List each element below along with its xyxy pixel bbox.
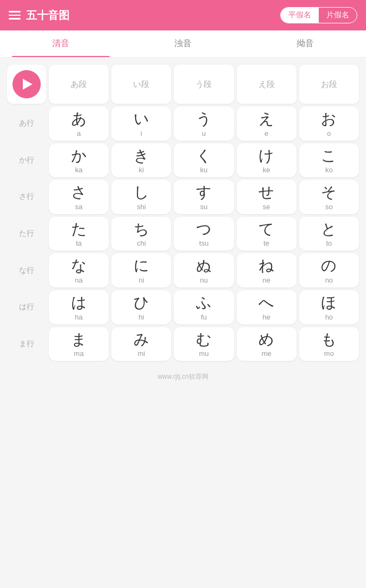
tab-handakuon[interactable]: 拗音	[244, 30, 366, 57]
row-header-0: あ行	[7, 107, 46, 141]
kana-roma-5-1: hi	[113, 313, 169, 321]
kana-roma-0-4: o	[301, 129, 357, 137]
kana-char-0-4: お	[301, 110, 357, 128]
kana-char-6-2: む	[176, 330, 231, 349]
kana-roma-5-2: fu	[176, 313, 231, 321]
kana-char-2-4: そ	[301, 183, 357, 202]
kana-cell-1-2[interactable]: くku	[174, 143, 234, 178]
kana-roma-2-4: so	[301, 203, 357, 211]
kana-char-0-2: う	[176, 110, 231, 128]
col-header-a: あ段	[49, 65, 109, 104]
kana-roma-6-4: mo	[301, 349, 357, 358]
kana-char-4-4: の	[301, 257, 357, 275]
kana-roma-6-0: ma	[51, 349, 106, 358]
kana-char-2-2: す	[176, 183, 231, 202]
kana-char-4-0: な	[51, 257, 106, 275]
kana-roma-5-0: ha	[51, 313, 106, 321]
col-header-o: お段	[299, 65, 359, 104]
kana-roma-5-4: ho	[301, 313, 357, 321]
kana-cell-3-0[interactable]: たta	[49, 217, 109, 251]
kana-cell-0-3[interactable]: えe	[237, 107, 296, 141]
col-header-e: え段	[237, 65, 296, 104]
kana-cell-5-0[interactable]: はha	[49, 290, 109, 324]
kana-cell-4-4[interactable]: のno	[299, 253, 359, 287]
col-header-i: い段	[111, 65, 171, 104]
tab-seion[interactable]: 清音	[0, 30, 122, 57]
kana-char-3-3: て	[239, 220, 294, 239]
kana-roma-4-0: na	[51, 276, 106, 284]
kana-char-5-3: へ	[239, 293, 294, 312]
kana-cell-4-2[interactable]: ぬnu	[174, 253, 234, 287]
kana-cell-6-4[interactable]: もmo	[299, 327, 359, 361]
kana-cell-0-4[interactable]: おo	[299, 107, 359, 141]
kana-cell-2-0[interactable]: さsa	[49, 180, 109, 214]
row-header-4: な行	[7, 253, 46, 287]
col-header-u: う段	[174, 65, 234, 104]
kana-cell-0-0[interactable]: あa	[49, 107, 109, 141]
row-header-2: さ行	[7, 180, 46, 214]
kana-cell-1-1[interactable]: きki	[111, 143, 171, 178]
kana-cell-6-1[interactable]: みmi	[111, 327, 171, 361]
kana-cell-5-4[interactable]: ほho	[299, 290, 359, 324]
menu-icon[interactable]	[9, 11, 21, 20]
kana-cell-4-1[interactable]: にni	[111, 253, 171, 287]
kana-cell-2-1[interactable]: しshi	[111, 180, 171, 214]
kana-cell-2-3[interactable]: せse	[237, 180, 296, 214]
kana-cell-3-3[interactable]: てte	[237, 217, 296, 251]
kana-cell-1-3[interactable]: けke	[237, 143, 296, 178]
kana-cell-4-0[interactable]: なna	[49, 253, 109, 287]
kana-roma-5-3: he	[239, 313, 294, 321]
kana-char-1-0: か	[51, 147, 106, 165]
row-header-3: た行	[7, 217, 46, 251]
kana-char-5-2: ふ	[176, 293, 231, 312]
kana-cell-6-3[interactable]: めme	[237, 327, 296, 361]
kana-char-5-0: は	[51, 293, 106, 312]
kana-cell-5-1[interactable]: ひhi	[111, 290, 171, 324]
tab-dakuon[interactable]: 浊音	[122, 30, 244, 57]
play-all-cell	[7, 65, 46, 104]
kana-cell-1-4[interactable]: こko	[299, 143, 359, 178]
kana-cell-5-3[interactable]: へhe	[237, 290, 296, 324]
tab-katakana[interactable]: 片假名	[319, 8, 357, 23]
kana-cell-2-4[interactable]: そso	[299, 180, 359, 214]
kana-cell-4-3[interactable]: ねne	[237, 253, 296, 287]
kana-roma-1-0: ka	[51, 166, 106, 174]
kana-roma-0-2: u	[176, 129, 231, 137]
kana-cell-2-2[interactable]: すsu	[174, 180, 234, 214]
kana-cell-1-0[interactable]: かka	[49, 143, 109, 178]
kana-roma-2-3: se	[239, 203, 294, 211]
kana-char-4-2: ぬ	[176, 257, 231, 275]
tab-hiragana[interactable]: 平假名	[281, 8, 319, 23]
kana-roma-0-0: a	[51, 129, 106, 137]
kana-cell-5-2[interactable]: ふfu	[174, 290, 234, 324]
kana-roma-1-2: ku	[176, 166, 231, 174]
kana-cell-3-4[interactable]: とto	[299, 217, 359, 251]
kana-char-1-2: く	[176, 147, 231, 165]
kana-roma-3-0: ta	[51, 239, 106, 247]
kana-roma-4-4: no	[301, 276, 357, 284]
kana-roma-1-3: ke	[239, 166, 294, 174]
kana-char-0-0: あ	[51, 110, 106, 128]
kana-roma-1-1: ki	[113, 166, 169, 174]
kana-cell-3-2[interactable]: つtsu	[174, 217, 234, 251]
kana-cell-3-1[interactable]: ちchi	[111, 217, 171, 251]
header-left: 五十音图	[9, 8, 70, 23]
row-header-5: は行	[7, 290, 46, 324]
kana-cell-6-0[interactable]: まma	[49, 327, 109, 361]
kana-cell-0-2[interactable]: うu	[174, 107, 234, 141]
kana-roma-0-3: e	[239, 129, 294, 137]
kana-char-0-3: え	[239, 110, 294, 128]
kana-char-3-1: ち	[113, 220, 169, 239]
kana-char-1-4: こ	[301, 147, 357, 165]
kana-char-5-1: ひ	[113, 293, 169, 312]
kana-grid: あ段 い段 う段 え段 お段 あ行あaいiうuえeおoか行かkaきkiくkuけk…	[0, 58, 366, 368]
kana-char-2-3: せ	[239, 183, 294, 202]
play-all-button[interactable]	[12, 70, 41, 98]
kana-char-3-2: つ	[176, 220, 231, 239]
sub-tabs-bar: 清音 浊音 拗音	[0, 30, 366, 58]
row-header-1: か行	[7, 143, 46, 178]
kana-cell-0-1[interactable]: いi	[111, 107, 171, 141]
kana-table: あ段 い段 う段 え段 お段 あ行あaいiうuえeおoか行かkaきkiくkuけk…	[4, 62, 362, 364]
kana-cell-6-2[interactable]: むmu	[174, 327, 234, 361]
kana-char-3-0: た	[51, 220, 106, 239]
